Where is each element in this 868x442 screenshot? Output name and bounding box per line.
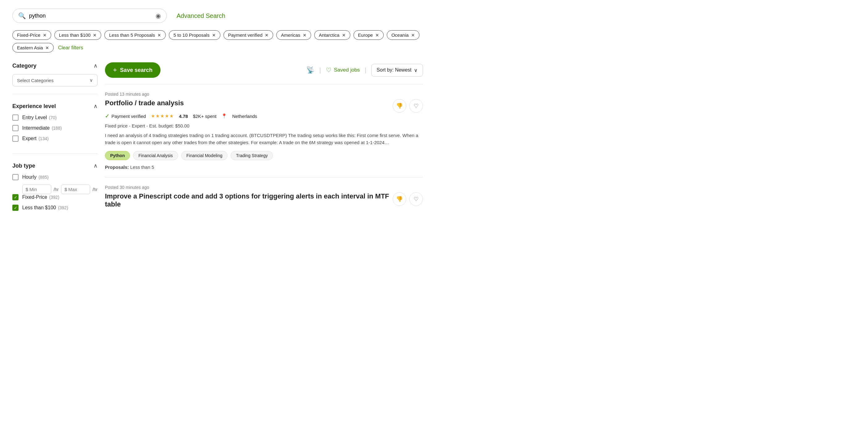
category-select-chevron-icon: ∨ bbox=[90, 77, 93, 83]
chip-remove-less-than-5-proposals-icon[interactable]: ✕ bbox=[157, 33, 161, 37]
chip-remove-payment-verified-icon[interactable]: ✕ bbox=[265, 33, 269, 37]
job-type-option-1[interactable]: Fixed-Price (392) bbox=[12, 194, 97, 200]
experience-option-0[interactable]: Entry Level (70) bbox=[12, 115, 97, 121]
job-type-header[interactable]: Job type ∧ bbox=[12, 162, 97, 169]
chip-remove-5-to-10-proposals-icon[interactable]: ✕ bbox=[212, 33, 216, 37]
chip-label: Americas bbox=[281, 32, 300, 38]
save-button-0[interactable]: ♡ bbox=[409, 99, 423, 113]
save-button-1[interactable]: ♡ bbox=[409, 192, 423, 206]
chip-label: Payment verified bbox=[228, 32, 263, 38]
hourly-max-input[interactable] bbox=[68, 187, 85, 192]
experience-option-1[interactable]: Intermediate (188) bbox=[12, 125, 97, 131]
job-card-1: Posted 30 minutes ago Improve a Pinescri… bbox=[105, 177, 423, 219]
filter-chip-americas[interactable]: Americas✕ bbox=[276, 30, 311, 40]
filter-chip-antarctica[interactable]: Antarctica✕ bbox=[314, 30, 350, 40]
experience-header[interactable]: Experience level ∧ bbox=[12, 103, 97, 109]
chip-label: 5 to 10 Proposals bbox=[174, 32, 210, 38]
chip-remove-antarctica-icon[interactable]: ✕ bbox=[342, 33, 346, 37]
experience-checkbox-2[interactable] bbox=[12, 135, 19, 142]
job-description-0: I need an analysis of 4 trading strategi… bbox=[105, 132, 423, 146]
experience-option-2[interactable]: Expert (134) bbox=[12, 135, 97, 142]
separator-2: | bbox=[365, 67, 366, 74]
chip-label: Europe bbox=[358, 32, 373, 38]
job-type-label-1: Fixed-Price (392) bbox=[22, 194, 59, 200]
job-type-option-0[interactable]: Hourly (885) bbox=[12, 174, 97, 180]
filter-chip-5-to-10-proposals[interactable]: 5 to 10 Proposals✕ bbox=[169, 30, 220, 40]
category-select[interactable]: Select Categories ∨ bbox=[12, 74, 97, 87]
chip-remove-europe-icon[interactable]: ✕ bbox=[375, 33, 379, 37]
category-header[interactable]: Category ∧ bbox=[12, 62, 97, 69]
separator-1: | bbox=[319, 67, 321, 74]
job-location-0: Netherlands bbox=[232, 114, 257, 119]
job-type-option-2[interactable]: Less than $100 (392) bbox=[12, 204, 97, 211]
filter-chip-fixed-price[interactable]: Fixed-Price✕ bbox=[12, 30, 51, 40]
chip-label: Less than 5 Proposals bbox=[109, 32, 155, 38]
save-search-button[interactable]: + Save search bbox=[105, 62, 160, 78]
card-actions-0: 👎 ♡ bbox=[393, 99, 423, 113]
proposals-row-0: Proposals: Less than 5 bbox=[105, 164, 423, 170]
search-box: 🔍 ◉ bbox=[12, 9, 167, 23]
tag-0-2[interactable]: Financial Modeling bbox=[181, 151, 228, 160]
chip-label: Antarctica bbox=[319, 32, 340, 38]
advanced-search-link[interactable]: Advanced Search bbox=[177, 12, 225, 20]
experience-label-0: Entry Level (70) bbox=[22, 115, 57, 120]
saved-jobs-link[interactable]: ♡ Saved jobs bbox=[326, 66, 360, 74]
chip-label: Less than $100 bbox=[59, 32, 91, 38]
clear-search-icon[interactable]: ◉ bbox=[156, 12, 161, 20]
card-actions-1: 👎 ♡ bbox=[393, 192, 423, 206]
search-row: 🔍 ◉ Advanced Search bbox=[12, 9, 423, 23]
job-title-0[interactable]: Portfolio / trade analysis bbox=[105, 99, 184, 107]
tag-0-3[interactable]: Trading Strategy bbox=[230, 151, 273, 160]
job-type-section: Job type ∧ Hourly (885) $ /hr $ /hr Fixe… bbox=[12, 162, 97, 223]
chip-remove-fixed-price-icon[interactable]: ✕ bbox=[43, 33, 46, 37]
clear-filters-link[interactable]: Clear filters bbox=[58, 45, 83, 51]
experience-chevron-icon: ∧ bbox=[94, 103, 97, 109]
tag-0-0[interactable]: Python bbox=[105, 151, 130, 160]
action-bar: + Save search 📡 | ♡ Saved jobs | Sort by… bbox=[105, 62, 423, 78]
hourly-range-row: $ /hr $ /hr bbox=[22, 185, 97, 194]
job-type-checkbox-0[interactable] bbox=[12, 174, 19, 180]
chip-remove-less-than-100-icon[interactable]: ✕ bbox=[93, 33, 97, 37]
filter-chip-oceania[interactable]: Oceania✕ bbox=[387, 30, 420, 40]
job-type-checkbox-2[interactable] bbox=[12, 204, 19, 211]
chip-remove-oceania-icon[interactable]: ✕ bbox=[411, 33, 415, 37]
job-detail-0: Fixed price - Expert - Est. budget: $50.… bbox=[105, 123, 423, 128]
tag-0-1[interactable]: Financial Analysis bbox=[133, 151, 178, 160]
job-type-checkbox-1[interactable] bbox=[12, 194, 19, 200]
heart-icon: ♡ bbox=[326, 66, 332, 74]
jobs-area: + Save search 📡 | ♡ Saved jobs | Sort by… bbox=[105, 62, 423, 231]
hourly-max-input-wrapper: $ bbox=[61, 185, 90, 194]
proposals-label-0: Proposals: bbox=[105, 164, 129, 170]
experience-label-1: Intermediate (188) bbox=[22, 125, 62, 131]
job-stars-0: ★★★★★ bbox=[151, 113, 174, 119]
chip-remove-americas-icon[interactable]: ✕ bbox=[303, 33, 307, 37]
dislike-button-0[interactable]: 👎 bbox=[393, 99, 406, 113]
location-icon-0: 📍 bbox=[221, 113, 227, 119]
job-posted-0: Posted 13 minutes ago bbox=[105, 92, 423, 97]
search-icon: 🔍 bbox=[18, 12, 26, 20]
proposals-value-0: Less than 5 bbox=[130, 164, 154, 170]
dislike-button-1[interactable]: 👎 bbox=[393, 192, 406, 206]
sidebar: Category ∧ Select Categories ∨ Experienc… bbox=[12, 62, 105, 231]
job-type-label-2: Less than $100 (392) bbox=[22, 205, 68, 211]
job-tags-0: PythonFinancial AnalysisFinancial Modeli… bbox=[105, 151, 423, 160]
experience-checkbox-1[interactable] bbox=[12, 125, 19, 131]
filter-chip-payment-verified[interactable]: Payment verified✕ bbox=[223, 30, 274, 40]
rss-icon[interactable]: 📡 bbox=[306, 66, 314, 74]
sort-label: Sort by: Newest bbox=[377, 67, 411, 73]
sort-dropdown[interactable]: Sort by: Newest ∨ bbox=[371, 64, 423, 76]
hourly-range-divider-2: /hr bbox=[93, 187, 97, 192]
job-title-1[interactable]: Improve a Pinescript code and add 3 opti… bbox=[105, 192, 393, 208]
experience-checkbox-0[interactable] bbox=[12, 115, 19, 121]
chip-label: Eastern Asia bbox=[17, 45, 43, 50]
hourly-min-input[interactable] bbox=[29, 187, 46, 192]
job-type-label-0: Hourly (885) bbox=[22, 175, 49, 180]
filter-chip-less-than-100[interactable]: Less than $100✕ bbox=[54, 30, 101, 40]
chip-remove-eastern-asia-icon[interactable]: ✕ bbox=[45, 46, 49, 50]
job-type-chevron-icon: ∧ bbox=[94, 162, 97, 169]
filter-chip-less-than-5-proposals[interactable]: Less than 5 Proposals✕ bbox=[104, 30, 165, 40]
filter-chip-eastern-asia[interactable]: Eastern Asia✕ bbox=[12, 43, 54, 53]
filter-chip-europe[interactable]: Europe✕ bbox=[353, 30, 384, 40]
category-section: Category ∧ Select Categories ∨ bbox=[12, 62, 97, 94]
search-input[interactable] bbox=[29, 13, 153, 19]
